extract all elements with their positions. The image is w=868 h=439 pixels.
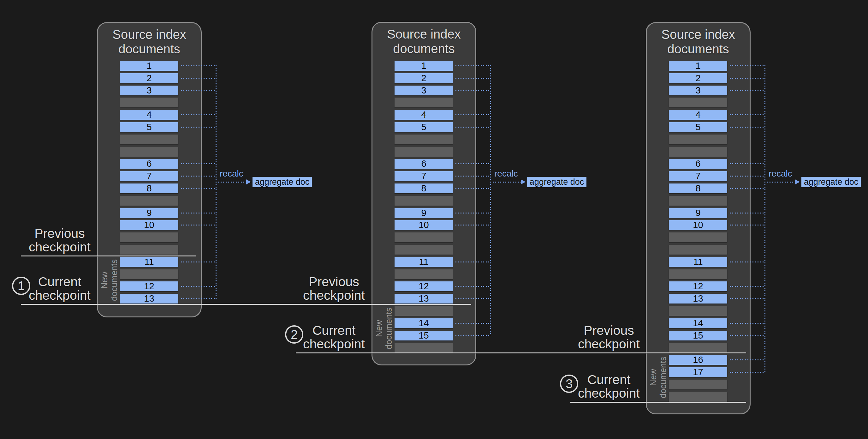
document-bar: 11 [669,257,727,267]
previous-checkpoint-label: Previous checkpoint [287,275,381,302]
connector-dotted-line [181,163,216,164]
recalc-arrow-line [490,182,521,182]
document-bar: 2 [395,73,453,83]
connector-dotted-line [730,298,765,299]
placeholder-bar [120,245,178,255]
checkpoint-line [21,256,196,257]
checkpoint-line [21,304,471,305]
placeholder-bar [120,147,178,157]
placeholder-bar [669,147,727,157]
placeholder-bar [395,135,453,144]
document-bar: 13 [395,294,453,303]
connector-dotted-line [456,176,490,177]
checkpoint-line [296,352,746,353]
connector-dotted-line [730,212,765,213]
document-bar: 3 [669,86,727,95]
bracket-dotted-line [490,65,491,336]
recalc-label: recalc [494,169,518,179]
connector-dotted-line [456,65,490,66]
connector-dotted-line [181,78,216,79]
document-bar: 5 [395,122,453,132]
document-bar: 3 [395,86,453,95]
placeholder-bar [120,135,178,144]
panel-title: Source index [97,27,202,42]
recalc-arrowhead [521,179,526,184]
connector-dotted-line [456,90,490,91]
placeholder-bar [669,392,727,402]
previous-checkpoint-label: Previous checkpoint [12,227,107,254]
connector-dotted-line [456,225,490,226]
connector-dotted-line [181,225,216,226]
connector-dotted-line [456,78,490,79]
connector-dotted-line [730,127,765,127]
connector-dotted-line [456,127,490,127]
panel-title: Source index [372,27,476,41]
panel-title: documents [97,42,202,56]
connector-dotted-line [181,65,216,66]
document-bar: 11 [395,257,453,267]
recalc-arrow-line [765,182,795,182]
checkpoint-number-badge: 1 [12,277,30,295]
recalc-arrowhead [795,179,800,184]
recalc-arrowhead [246,179,251,184]
document-bar: 16 [669,355,727,365]
document-bar: 8 [120,183,178,193]
placeholder-bar [669,135,727,144]
connector-dotted-line [456,262,490,262]
placeholder-bar [395,306,453,316]
connector-dotted-line [730,225,765,226]
connector-dotted-line [181,286,216,287]
document-bar: 10 [120,220,178,230]
connector-dotted-line [456,163,490,164]
document-bar: 7 [120,171,178,181]
aggregate-doc-box: aggregate doc [527,177,586,187]
bracket-dotted-line [765,65,766,373]
connector-dotted-line [730,78,765,79]
connector-dotted-line [181,298,216,299]
connector-dotted-line [456,114,490,115]
document-bar: 12 [669,282,727,291]
placeholder-bar [395,196,453,206]
placeholder-bar [395,269,453,279]
connector-dotted-line [730,65,765,66]
document-bar: 14 [395,318,453,328]
aggregate-doc-box: aggregate doc [801,177,861,187]
connector-dotted-line [730,323,765,324]
checkpoint-number-badge: 2 [285,325,303,344]
connector-dotted-line [456,212,490,213]
connector-dotted-line [730,359,765,360]
placeholder-bar [669,97,727,107]
document-bar: 7 [669,171,727,181]
document-bar: 7 [395,171,453,181]
document-bar: 6 [669,159,727,169]
document-bar: 10 [395,220,453,230]
checkpoint-number-badge: 3 [560,375,578,393]
document-bar: 9 [669,208,727,218]
document-bar: 6 [395,159,453,169]
placeholder-bar [120,269,178,279]
aggregate-doc-box: aggregate doc [252,177,312,187]
placeholder-bar [669,269,727,279]
document-bar: 1 [395,61,453,71]
connector-dotted-line [181,262,216,262]
placeholder-bar [669,306,727,316]
document-bar: 1 [120,61,178,71]
document-bar: 9 [120,208,178,218]
connector-dotted-line [181,176,216,177]
document-bar: 5 [120,122,178,132]
placeholder-bar [395,343,453,352]
document-bar: 8 [395,183,453,193]
connector-dotted-line [730,176,765,177]
document-bar: 4 [120,110,178,120]
transform-checkpoint-diagram: Source indexdocuments12345678910111213re… [0,0,868,439]
placeholder-bar [669,380,727,389]
document-bar: 2 [120,73,178,83]
panel-title: documents [372,41,476,56]
connector-dotted-line [730,163,765,164]
document-bar: 9 [395,208,453,218]
placeholder-bar [669,245,727,255]
previous-checkpoint-label: Previous checkpoint [561,324,656,351]
connector-dotted-line [181,212,216,213]
document-bar: 14 [669,318,727,328]
placeholder-bar [669,232,727,242]
